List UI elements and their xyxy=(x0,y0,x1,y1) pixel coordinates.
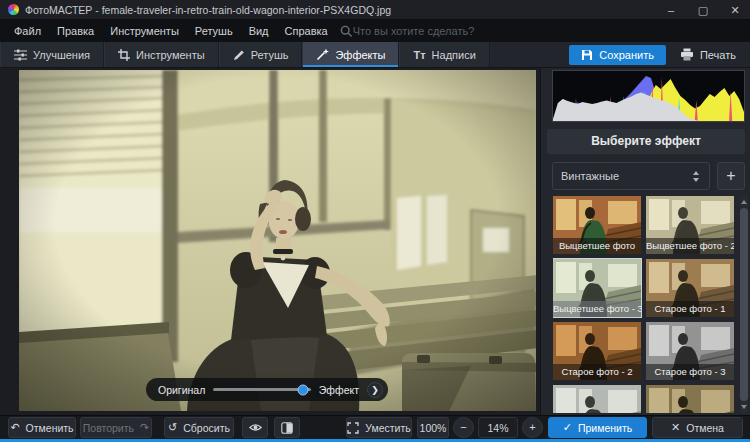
reset-button[interactable]: ↺ Сбросить xyxy=(164,417,234,438)
tab-label: Ретушь xyxy=(251,49,289,61)
titlebar: ФотоМАСТЕР - female-traveler-in-retro-tr… xyxy=(0,0,750,20)
redo-icon: ↷ xyxy=(140,422,149,433)
effect-thumb[interactable]: Выцветшее фото xyxy=(553,196,641,254)
window-title: ФотоМАСТЕР - female-traveler-in-retro-tr… xyxy=(25,4,391,16)
preview-original-button[interactable] xyxy=(242,417,268,438)
brush-icon xyxy=(233,49,245,61)
bottom-toolbar: ↶ Отменить Повторить ↷ ↺ Сбросить xyxy=(0,415,750,439)
fit-label: Уместить xyxy=(365,422,410,434)
effect-label: Старое фото - 2 xyxy=(553,364,641,380)
menu-view[interactable]: Вид xyxy=(241,20,277,42)
fit-screen-icon xyxy=(347,422,359,434)
scroll-down-icon[interactable] xyxy=(741,405,747,409)
menu-edit[interactable]: Правка xyxy=(49,20,102,42)
print-label: Печать xyxy=(700,49,736,61)
sliders-icon xyxy=(14,49,27,61)
scrollbar-thumb[interactable] xyxy=(740,208,748,401)
minimize-button[interactable]: – xyxy=(664,0,678,20)
spinner-icon[interactable] xyxy=(691,171,701,182)
photo-viewport: Оригинал Эффект ❯ xyxy=(0,68,540,415)
effect-label: Выцветшее фото - 3 xyxy=(553,301,641,317)
effects-grid: Выцветшее фото Выцветшее фото - 2 Выцвет… xyxy=(553,196,735,413)
apply-label: Применить xyxy=(578,422,632,434)
apply-button[interactable]: ✓ Применить xyxy=(548,417,647,438)
print-button[interactable]: Печать xyxy=(674,45,742,65)
eye-icon xyxy=(249,423,262,432)
compare-slider-track[interactable] xyxy=(213,388,310,391)
mode-tabs: Улучшения Инструменты Ретушь Эффекты Tт … xyxy=(0,42,750,68)
tab-retouch[interactable]: Ретушь xyxy=(219,42,303,67)
undo-label: Отменить xyxy=(26,422,74,434)
zoom-out-button[interactable]: − xyxy=(453,417,474,438)
panel-header: Выберите эффект xyxy=(547,129,745,154)
search-icon xyxy=(340,25,353,38)
menu-tools[interactable]: Инструменты xyxy=(102,20,187,42)
maximize-button[interactable]: ▢ xyxy=(696,0,710,20)
undo-button[interactable]: ↶ Отменить xyxy=(8,417,76,438)
fit-button[interactable]: Уместить xyxy=(346,417,412,438)
menu-file[interactable]: Файл xyxy=(6,20,49,42)
scroll-up-icon[interactable] xyxy=(741,200,747,204)
tab-label: Надписи xyxy=(432,49,476,61)
compare-slider-knob[interactable] xyxy=(298,384,309,395)
split-compare-button[interactable] xyxy=(274,417,300,438)
app-logo-icon xyxy=(8,4,19,15)
photo-canvas[interactable] xyxy=(19,70,536,411)
reset-icon: ↺ xyxy=(168,422,177,433)
effect-thumb[interactable] xyxy=(553,385,641,413)
effect-thumb[interactable]: Старое фото - 3 xyxy=(646,322,734,380)
save-label: Сохранить xyxy=(599,49,654,61)
zoom-100-label: 100% xyxy=(420,422,447,434)
zoom-value: 14% xyxy=(478,417,518,438)
effect-label: Выцветшее фото xyxy=(553,238,641,254)
redo-button[interactable]: Повторить ↷ xyxy=(80,417,152,438)
histogram xyxy=(552,70,745,122)
effect-thumb[interactable]: Старое фото - 2 xyxy=(553,322,641,380)
tab-label: Эффекты xyxy=(335,49,385,61)
category-value: Винтажные xyxy=(561,170,619,182)
magic-wand-icon xyxy=(316,48,329,61)
tab-effects[interactable]: Эффекты xyxy=(302,42,399,67)
menu-help[interactable]: Справка xyxy=(277,20,336,42)
effect-thumb[interactable]: Выцветшее фото - 2 xyxy=(646,196,734,254)
save-button[interactable]: Сохранить xyxy=(569,45,666,65)
check-icon: ✓ xyxy=(563,422,572,433)
plus-icon: + xyxy=(529,422,535,433)
cancel-icon: ✕ xyxy=(671,422,680,433)
before-after-icon xyxy=(281,422,293,434)
next-effect-button[interactable]: ❯ xyxy=(367,382,383,398)
tab-enhancements[interactable]: Улучшения xyxy=(0,42,104,67)
category-select[interactable]: Винтажные xyxy=(552,162,710,190)
minus-icon: − xyxy=(460,422,466,433)
effects-panel: Выберите эффект Винтажные + Выцвет xyxy=(540,68,750,415)
redo-label: Повторить xyxy=(83,422,134,434)
tab-captions[interactable]: Tт Надписи xyxy=(399,42,489,67)
compare-slider: Оригинал Эффект ❯ xyxy=(146,378,388,401)
effect-thumb[interactable]: Выцветшее фото - 3 xyxy=(553,259,641,317)
effect-label: Старое фото - 1 xyxy=(646,301,734,317)
tab-label: Улучшения xyxy=(33,49,90,61)
menu-retouch[interactable]: Ретушь xyxy=(187,20,241,42)
effect-label: Выцветшее фото - 2 xyxy=(646,238,734,254)
tab-tools[interactable]: Инструменты xyxy=(104,42,219,67)
crop-icon xyxy=(118,49,130,61)
undo-icon: ↶ xyxy=(10,422,19,433)
effects-scrollbar[interactable] xyxy=(740,196,748,413)
effect-label: Эффект xyxy=(319,384,359,396)
effect-label: Старое фото - 3 xyxy=(646,364,734,380)
tab-label: Инструменты xyxy=(136,49,205,61)
histogram-plot xyxy=(553,71,744,121)
add-effect-button[interactable]: + xyxy=(717,162,745,190)
save-icon xyxy=(581,49,593,61)
effect-thumb[interactable] xyxy=(646,385,734,413)
effect-thumb[interactable]: Старое фото - 1 xyxy=(646,259,734,317)
cancel-button[interactable]: ✕ Отмена xyxy=(652,417,743,438)
text-tool-icon: Tт xyxy=(413,49,425,61)
search-input[interactable] xyxy=(353,25,533,37)
zoom-100-button[interactable]: 100% xyxy=(417,417,449,438)
printer-icon xyxy=(680,48,694,61)
photomaster-window: ФотоМАСТЕР - female-traveler-in-retro-tr… xyxy=(0,0,750,442)
close-button[interactable]: ✕ xyxy=(728,0,742,20)
cancel-label: Отмена xyxy=(686,422,724,434)
zoom-in-button[interactable]: + xyxy=(522,417,543,438)
